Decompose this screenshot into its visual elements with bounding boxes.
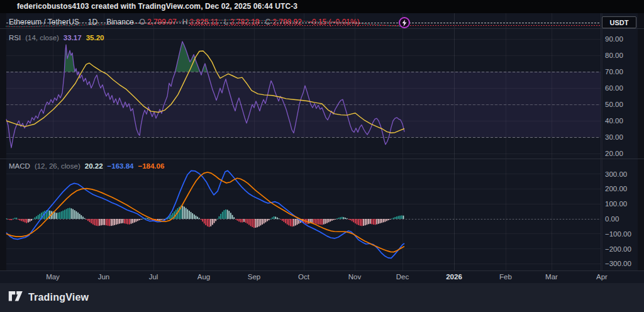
mini-candle [394, 25, 395, 26]
ohlc-close: C 2,798.92 [265, 18, 302, 26]
time-axis[interactable] [0, 270, 638, 283]
mini-candle [379, 25, 380, 25]
mini-candle [396, 26, 396, 26]
rsi-legend-title: RSI [9, 34, 21, 42]
right-margin [638, 13, 644, 270]
mini-candle [389, 25, 390, 26]
attribution-header: federicobustos4103 created with TradingV… [0, 0, 644, 13]
rsi-legend-params: (14, close) [25, 34, 59, 42]
mini-candle [397, 26, 398, 26]
macd-legend-title: MACD [9, 162, 30, 170]
mini-candle [377, 25, 378, 25]
mini-candle [367, 23, 368, 24]
rsi-ma-value: 35.20 [86, 34, 104, 42]
rsi-legend[interactable]: RSI (14, close) 33.17 35.20 [9, 34, 104, 42]
mini-candle [364, 23, 365, 24]
mini-candle [392, 25, 393, 26]
separator-dot: · [82, 18, 85, 26]
ohlc-high: H 2,825.11 [182, 18, 219, 26]
ohlc-open: O 2,799.07 [140, 18, 177, 26]
chart-plot-area[interactable] [6, 28, 601, 270]
exchange-label: Binance [106, 18, 133, 26]
mini-candle [384, 25, 385, 25]
mini-candle [387, 25, 388, 26]
symbol-title[interactable]: Ethereum / TetherUS [9, 18, 79, 26]
price-axis[interactable] [601, 28, 638, 270]
macd-legend[interactable]: MACD (12, 26, close) 20.22 −163.84 −184.… [9, 162, 164, 170]
change-value: −0.15 (−0.01%) [308, 18, 360, 26]
ohlc-low: L 2,782.19 [224, 18, 259, 26]
mini-candle [380, 25, 381, 25]
macd-line-value: −163.84 [108, 162, 134, 170]
tradingview-logo-icon[interactable] [8, 291, 23, 304]
symbol-legend[interactable]: Ethereum / TetherUS · 1D · Binance O 2,7… [9, 18, 360, 26]
mini-candle [370, 24, 371, 25]
mini-candle [382, 25, 383, 25]
mini-candle [375, 25, 376, 25]
mini-candle [372, 24, 373, 25]
attribution-text: federicobustos4103 created with TradingV… [17, 2, 297, 11]
tradingview-chart-screen: federicobustos4103 created with TradingV… [0, 0, 644, 312]
mini-candle [6, 26, 6, 26]
left-margin [0, 13, 6, 270]
separator-dot: · [101, 18, 103, 26]
currency-button[interactable]: USDT [602, 16, 636, 28]
mini-candle [391, 25, 391, 26]
macd-signal-value: −184.06 [138, 162, 164, 170]
tradingview-brand-text[interactable]: TradingView [28, 292, 89, 303]
macd-legend-params: (12, 26, close) [35, 162, 80, 170]
mini-candle [369, 24, 370, 25]
mini-candle [374, 24, 375, 25]
lightning-badge-icon[interactable] [399, 17, 410, 28]
mini-candle [365, 23, 366, 24]
rsi-value: 33.17 [64, 34, 82, 42]
macd-hist-value: 20.22 [85, 162, 103, 170]
mini-candle [362, 23, 363, 24]
mini-candle [386, 25, 386, 26]
mini-candle [361, 23, 362, 24]
footer-bar: TradingView [0, 283, 644, 312]
interval-label[interactable]: 1D [88, 18, 97, 26]
